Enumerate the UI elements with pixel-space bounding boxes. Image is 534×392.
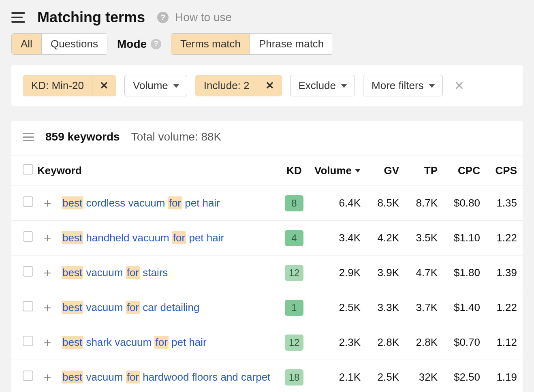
cell-volume: 2.3K bbox=[310, 325, 365, 360]
kd-badge: 8 bbox=[285, 195, 303, 211]
keyword-link[interactable]: best vacuum for hardwood floors and carp… bbox=[62, 371, 270, 383]
filter-chip-exclude-label: Exclude bbox=[299, 79, 336, 92]
select-all-checkbox[interactable] bbox=[23, 164, 33, 175]
cell-cps: 1.22 bbox=[484, 221, 523, 256]
chevron-down-icon bbox=[429, 84, 435, 88]
cell-volume: 6.4K bbox=[310, 186, 365, 221]
keyword-link[interactable]: best vacuum for car detailing bbox=[62, 301, 199, 314]
cell-volume: 2.1K bbox=[310, 360, 365, 392]
total-volume: Total volume: 88K bbox=[131, 130, 222, 143]
row-checkbox[interactable] bbox=[23, 371, 33, 381]
keyword-link[interactable]: best vacuum for stairs bbox=[62, 266, 168, 279]
mode-label-text: Mode bbox=[117, 38, 147, 51]
cell-cps: 1.35 bbox=[484, 186, 523, 221]
clear-filters-button[interactable]: ✕ bbox=[451, 79, 468, 93]
cell-gv: 2.5K bbox=[365, 360, 403, 392]
keyword-link[interactable]: best cordless vacuum for pet hair bbox=[62, 196, 220, 209]
chevron-down-icon bbox=[173, 84, 179, 88]
cell-tp: 3.7K bbox=[403, 290, 442, 325]
kd-badge: 12 bbox=[285, 334, 304, 351]
mode-toggle-group: Terms match Phrase match bbox=[171, 33, 333, 55]
row-checkbox[interactable] bbox=[23, 196, 33, 207]
expand-icon[interactable]: ＋ bbox=[41, 335, 53, 349]
cell-cpc: $1.40 bbox=[442, 290, 484, 325]
column-header-keyword[interactable]: Keyword bbox=[37, 156, 278, 186]
cell-cps: 1.12 bbox=[484, 325, 523, 360]
cell-cps: 1.39 bbox=[484, 256, 523, 290]
filter-chip-exclude[interactable]: Exclude bbox=[290, 75, 355, 96]
column-header-cpc[interactable]: CPC bbox=[442, 156, 484, 186]
help-icon[interactable]: ? bbox=[157, 12, 169, 23]
column-header-volume[interactable]: Volume bbox=[310, 156, 365, 186]
cell-tp: 32K bbox=[403, 360, 442, 392]
filter-chip-kd[interactable]: KD: Min-20 ✕ bbox=[23, 75, 116, 96]
how-to-use-link[interactable]: How to use bbox=[175, 11, 232, 24]
cell-cpc: $1.80 bbox=[442, 256, 484, 290]
keyword-link[interactable]: best handheld vacuum for pet hair bbox=[62, 231, 224, 244]
mode-label: Mode ? bbox=[117, 38, 161, 51]
cell-gv: 4.2K bbox=[365, 221, 403, 256]
keyword-count: 859 keywords bbox=[45, 130, 120, 143]
cell-cpc: $1.10 bbox=[442, 221, 484, 256]
view-toggle-group: All Questions bbox=[11, 33, 107, 55]
cell-volume: 2.9K bbox=[310, 256, 365, 290]
column-header-kd[interactable]: KD bbox=[278, 156, 310, 186]
tab-phrase-match[interactable]: Phrase match bbox=[250, 34, 333, 54]
filter-chip-volume-label: Volume bbox=[133, 79, 168, 92]
cell-tp: 8.7K bbox=[403, 186, 442, 221]
cell-gv: 3.3K bbox=[365, 290, 403, 325]
row-checkbox[interactable] bbox=[23, 231, 33, 242]
table-row: ＋best vacuum for hardwood floors and car… bbox=[11, 360, 523, 392]
column-header-volume-label: Volume bbox=[314, 164, 352, 177]
expand-icon[interactable]: ＋ bbox=[41, 196, 53, 209]
cell-gv: 3.9K bbox=[365, 256, 403, 290]
filter-chip-include-remove[interactable]: ✕ bbox=[258, 75, 282, 96]
mode-help-icon[interactable]: ? bbox=[151, 39, 161, 49]
filter-chip-volume[interactable]: Volume bbox=[124, 75, 187, 96]
table-row: ＋best cordless vacuum for pet hair86.4K8… bbox=[11, 186, 523, 221]
filter-chip-kd-remove[interactable]: ✕ bbox=[92, 75, 116, 96]
cell-gv: 2.8K bbox=[365, 325, 403, 360]
cell-tp: 2.8K bbox=[403, 325, 442, 360]
expand-icon[interactable]: ＋ bbox=[41, 300, 53, 314]
filter-chip-include[interactable]: Include: 2 ✕ bbox=[195, 75, 282, 96]
keywords-table: Keyword KD Volume GV TP CPC CPS ＋best co… bbox=[11, 156, 523, 392]
cell-tp: 4.7K bbox=[403, 256, 442, 290]
cell-cpc: $0.70 bbox=[442, 325, 484, 360]
tab-terms-match[interactable]: Terms match bbox=[171, 34, 250, 54]
expand-icon[interactable]: ＋ bbox=[41, 231, 53, 244]
row-checkbox[interactable] bbox=[23, 266, 33, 277]
kd-badge: 4 bbox=[285, 230, 303, 246]
filter-chip-more-label: More filters bbox=[372, 79, 424, 92]
filter-chip-more[interactable]: More filters bbox=[363, 75, 443, 96]
menu-icon[interactable] bbox=[11, 12, 25, 23]
tab-questions[interactable]: Questions bbox=[42, 34, 107, 54]
list-icon[interactable] bbox=[23, 133, 34, 141]
cell-volume: 3.4K bbox=[310, 221, 365, 256]
filter-chip-include-label: Include: 2 bbox=[196, 75, 258, 96]
cell-cps: 1.19 bbox=[484, 360, 523, 392]
row-checkbox[interactable] bbox=[23, 301, 33, 311]
table-row: ＋best handheld vacuum for pet hair43.4K4… bbox=[11, 221, 523, 256]
column-header-tp[interactable]: TP bbox=[403, 156, 442, 186]
keyword-link[interactable]: best shark vacuum for pet hair bbox=[62, 336, 207, 349]
chevron-down-icon bbox=[341, 84, 347, 88]
cell-cpc: $2.50 bbox=[442, 360, 484, 392]
table-row: ＋best vacuum for stairs122.9K3.9K4.7K$1.… bbox=[11, 256, 523, 290]
cell-tp: 3.5K bbox=[403, 221, 442, 256]
filter-chip-kd-label: KD: Min-20 bbox=[23, 75, 92, 96]
cell-gv: 8.5K bbox=[365, 186, 403, 221]
expand-icon[interactable]: ＋ bbox=[41, 266, 53, 279]
table-row: ＋best shark vacuum for pet hair122.3K2.8… bbox=[11, 325, 523, 360]
row-checkbox[interactable] bbox=[23, 336, 33, 346]
expand-icon[interactable]: ＋ bbox=[41, 370, 53, 383]
cell-cps: 1.22 bbox=[484, 290, 523, 325]
kd-badge: 18 bbox=[285, 369, 304, 386]
tab-all[interactable]: All bbox=[12, 34, 42, 54]
kd-badge: 1 bbox=[285, 300, 303, 316]
table-row: ＋best vacuum for car detailing12.5K3.3K3… bbox=[11, 290, 523, 325]
column-header-gv[interactable]: GV bbox=[365, 156, 403, 186]
page-title: Matching terms bbox=[37, 9, 145, 26]
column-header-cps[interactable]: CPS bbox=[484, 156, 523, 186]
sort-desc-icon bbox=[355, 169, 361, 173]
